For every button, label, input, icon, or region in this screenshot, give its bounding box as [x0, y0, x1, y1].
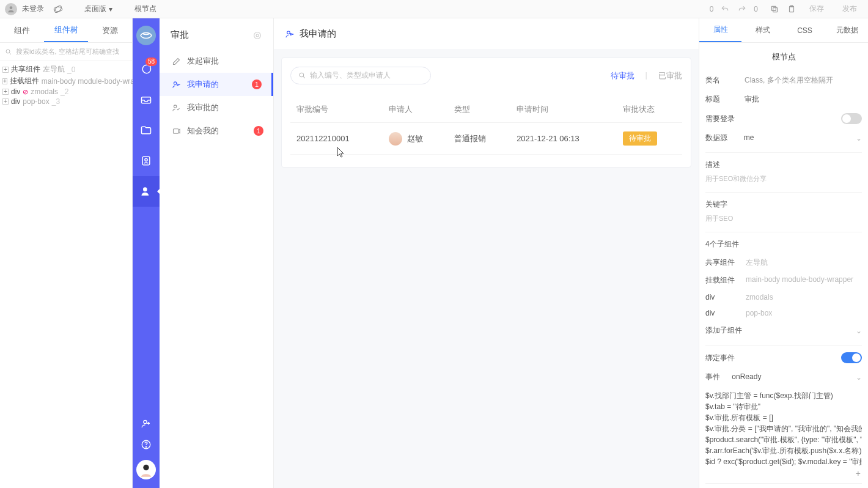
svg-point-17: [254, 32, 261, 39]
viewport-label: 桌面版: [84, 4, 106, 14]
content-header: 我申请的: [274, 18, 699, 50]
prop-tab-meta[interactable]: 元数据: [826, 18, 868, 42]
need-login-toggle[interactable]: [841, 113, 862, 124]
col-time: 申请时间: [510, 97, 616, 123]
search-icon: [298, 72, 306, 79]
rail-user-avatar[interactable]: [136, 460, 156, 479]
tab-resources[interactable]: 资源: [88, 18, 132, 42]
content-search[interactable]: 输入编号、类型或申请人: [290, 67, 431, 84]
class-label: 类名: [705, 75, 740, 86]
save-button[interactable]: 保存: [803, 1, 830, 17]
tree-search-placeholder: 搜索id或类名, 空格结尾可精确查找: [16, 47, 119, 56]
rail-chat[interactable]: 58: [133, 54, 160, 84]
tree-node[interactable]: +div⊘zmodals_2: [2, 87, 130, 97]
submenu-item-mine[interactable]: 我申请的 1: [160, 73, 273, 96]
redo-icon[interactable]: [737, 4, 748, 15]
publish-button[interactable]: 发布: [836, 1, 863, 17]
viewport-select[interactable]: 桌面版 ▾: [78, 2, 119, 15]
svg-point-18: [256, 34, 259, 37]
title-label: 标题: [705, 94, 740, 105]
event-code[interactable]: $v.找部门主管 = func($exp.找部门主管) $v.tab = "待审…: [705, 386, 862, 467]
tree-node[interactable]: +共享组件左导航_0: [2, 64, 130, 75]
chevron-down-icon: ▾: [109, 5, 112, 13]
prop-tab-css[interactable]: CSS: [784, 18, 826, 42]
col-type: 类型: [448, 97, 510, 123]
title-value[interactable]: 审批: [745, 94, 862, 105]
chevron-down-icon[interactable]: ⌄: [856, 373, 862, 382]
tree-search[interactable]: 搜索id或类名, 空格结尾可精确查找: [0, 43, 132, 61]
bind-event-toggle[interactable]: [841, 352, 862, 363]
chevron-down-icon[interactable]: ⌄: [856, 327, 862, 335]
submenu-item-cc[interactable]: 知会我的 1: [160, 119, 273, 142]
child-row[interactable]: 共享组件左导航: [705, 254, 862, 272]
prop-tab-style[interactable]: 样式: [741, 18, 784, 42]
cell-no: 202112210001: [290, 123, 383, 155]
add-event-button[interactable]: +: [705, 467, 862, 478]
undo-count: 0: [710, 5, 714, 13]
chat-badge: 58: [145, 57, 157, 66]
svg-rect-3: [773, 7, 778, 12]
rail-contacts[interactable]: [133, 146, 160, 176]
desc-hint: 用于SEO和微信分享: [705, 174, 862, 187]
search-icon: [5, 48, 12, 56]
notify-icon: [172, 127, 181, 136]
child-row[interactable]: divpop-box: [705, 305, 862, 321]
status-badge: 待审批: [623, 131, 657, 146]
child-row[interactable]: 挂载组件main-body module-body-wrapper: [705, 272, 862, 289]
login-status: 未登录: [22, 4, 44, 14]
table-row[interactable]: 202112210001 赵敏 普通报销 2021-12-21 06:13 待审…: [290, 123, 682, 155]
col-applicant: 申请人: [383, 97, 448, 123]
bind-event-label: 绑定事件: [705, 353, 735, 363]
submenu-title: 审批: [171, 29, 189, 41]
cell-time: 2021-12-21 06:13: [510, 123, 616, 155]
svg-point-7: [6, 50, 10, 53]
top-bar: 未登录 桌面版 ▾ 根节点 0 0 保存 发布: [0, 0, 868, 18]
undo-icon[interactable]: [719, 4, 730, 15]
tab-component-tree[interactable]: 组件树: [44, 18, 88, 42]
svg-rect-4: [771, 6, 776, 10]
approval-table: 审批编号 申请人 类型 申请时间 审批状态 202112210001 赵敏 普通…: [290, 97, 682, 155]
gear-lite-icon[interactable]: [252, 31, 262, 40]
filter-pending[interactable]: 待审批: [611, 70, 634, 81]
left-panel: 组件 组件树 资源 搜索id或类名, 空格结尾可精确查找 +共享组件左导航_0 …: [0, 18, 133, 488]
app-logo-icon: [136, 26, 156, 45]
datasource-label: 数据源: [705, 133, 740, 143]
datasource-value[interactable]: me: [744, 133, 754, 142]
submenu-item-initiate[interactable]: 发起审批: [160, 50, 273, 73]
rail-files[interactable]: [133, 115, 160, 146]
more-props[interactable]: 更多属性›: [705, 484, 862, 488]
prop-tab-attrs[interactable]: 属性: [699, 18, 741, 42]
event-label: 事件: [705, 372, 730, 382]
root-node-label: 根节点: [134, 4, 156, 14]
user-send-icon: [172, 80, 181, 89]
brand-icon: [53, 4, 64, 15]
tree-node[interactable]: +挂载组件main-body module-body-wrapper: [2, 75, 130, 87]
edit-icon: [172, 57, 181, 66]
paste-icon[interactable]: [786, 4, 797, 15]
submenu-item-review[interactable]: 我审批的: [160, 96, 273, 119]
need-login-label: 需要登录: [705, 114, 735, 124]
children-header: 4个子组件: [705, 239, 739, 250]
rail-approval[interactable]: [133, 176, 160, 207]
user-avatar-icon[interactable]: [5, 3, 17, 15]
badge: 1: [252, 79, 262, 89]
desc-label: 描述: [705, 160, 740, 170]
tree-node[interactable]: +divpop-box_3: [2, 97, 130, 106]
rail-inbox[interactable]: [133, 84, 160, 115]
tab-components[interactable]: 组件: [0, 18, 44, 42]
filter-done[interactable]: 已审批: [658, 70, 682, 81]
submenu-label: 知会我的: [187, 125, 219, 136]
content-search-placeholder: 输入编号、类型或申请人: [310, 70, 391, 81]
svg-point-22: [287, 31, 290, 34]
event-value[interactable]: onReady: [732, 372, 761, 381]
child-row[interactable]: divzmodals: [705, 289, 862, 305]
add-child[interactable]: 添加子组件: [705, 325, 742, 336]
class-value[interactable]: Class, 多个类名用空格隔开: [745, 75, 862, 86]
chevron-down-icon[interactable]: ⌄: [856, 134, 862, 142]
rail-help-icon[interactable]: [141, 439, 152, 450]
rail-user-add-icon[interactable]: [141, 418, 152, 429]
redo-count: 0: [754, 5, 758, 13]
properties-panel: 属性 样式 CSS 元数据 根节点 类名Class, 多个类名用空格隔开 标题审…: [699, 18, 868, 488]
copy-icon[interactable]: [769, 4, 780, 15]
content-title: 我申请的: [300, 28, 336, 40]
